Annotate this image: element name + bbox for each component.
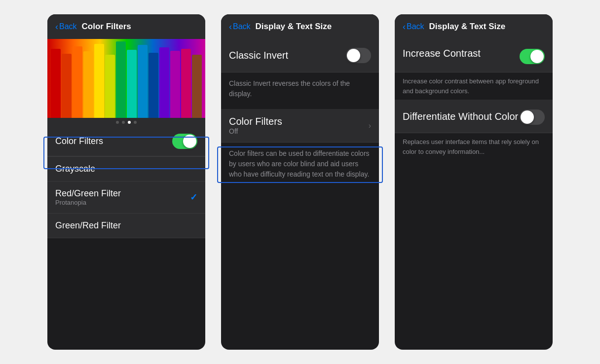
pencil-blue [138,45,148,118]
increase-contrast-desc: Increase color contrast between app fore… [395,73,553,100]
color-filters-toggle-row[interactable]: Color Filters [47,127,205,156]
increase-contrast-toggle[interactable] [520,49,545,64]
color-pencils-image [47,39,205,118]
grayscale-item[interactable]: Grayscale [47,157,205,182]
pencil-green [116,41,126,118]
panel2-wrapper: ‹ Back Display & Text Size Classic Inver… [221,14,379,350]
pencil-brown [192,55,202,118]
back-chevron-icon3: ‹ [403,22,406,32]
back-label3: Back [407,22,424,31]
pencil-lime [105,55,115,118]
chevron-right-icon: › [369,121,371,130]
classic-invert-row[interactable]: Classic Invert [221,39,379,73]
panel2-title: Display & Text Size [256,22,332,32]
increase-contrast-label: Increase Contrast [403,47,520,60]
panel2-back-button[interactable]: ‹ Back [229,22,251,32]
red-green-sub: Protanopia [55,199,121,206]
panel1-title: Color Filters [82,22,131,32]
green-red-filter-item[interactable]: Green/Red Filter [47,214,205,238]
panel2-navbar: ‹ Back Display & Text Size [221,14,379,39]
panel2-color-filters-row[interactable]: Color Filters Off › [221,109,379,143]
panel3-navbar: ‹ Back Display & Text Size [395,14,553,39]
panel1: ‹ Back Color Filters [47,14,205,350]
color-filters-toggle[interactable] [172,134,197,149]
color-filters-row-container: Color Filters [47,127,205,156]
panel2: ‹ Back Display & Text Size Classic Inver… [221,14,379,350]
grayscale-label: Grayscale [55,164,95,174]
back-label2: Back [233,22,251,31]
red-green-checkmark-icon: ✓ [190,192,197,203]
pencil-darkred [62,54,72,118]
panel2-cf-sub: Off [229,127,282,135]
pencil-purple [159,47,169,118]
red-green-label: Red/Green Filter [55,188,121,199]
panel3: ‹ Back Display & Text Size Increase Cont… [395,14,553,350]
back-label: Back [59,22,77,31]
pencil-red [51,49,61,118]
panel1-navbar: ‹ Back Color Filters [47,14,205,39]
diff-without-text-block: Differentiate Without Color [403,110,518,123]
pencil-yellow [94,44,104,118]
red-green-filter-item[interactable]: Red/Green Filter Protanopia ✓ [47,182,205,214]
pencil-darkblue [149,53,158,118]
panel2-cf-text: Color Filters Off [229,116,282,135]
panel1-wrapper: ‹ Back Color Filters [47,14,205,350]
differentiate-without-card[interactable]: Differentiate Without Color [395,100,553,133]
classic-invert-toggle[interactable] [346,48,371,63]
pencil-orange [73,46,82,118]
panel3-title: Display & Text Size [429,22,506,32]
dot-2 [122,121,125,124]
pencil-teal [127,50,137,118]
pencil-amber [83,51,93,118]
red-green-text-block: Red/Green Filter Protanopia [55,188,121,206]
dot-3-active [128,121,131,124]
color-filters-label: Color Filters [55,136,103,146]
pencil-violet [170,51,180,118]
toggle-thumb [183,135,196,148]
classic-invert-label: Classic Invert [229,50,288,61]
back-chevron-icon: ‹ [55,22,58,32]
increase-contrast-card[interactable]: Increase Contrast [395,39,553,73]
dot-4 [134,121,137,124]
green-red-label: Green/Red Filter [55,220,121,231]
back-chevron-icon2: ‹ [229,22,232,32]
pencil-pink [181,49,191,118]
panel2-cf-label: Color Filters [229,116,282,127]
classic-invert-desc: Classic Invert reverses the colors of th… [221,73,379,109]
classic-invert-toggle-thumb [347,49,360,62]
dot-1 [116,121,119,124]
increase-contrast-toggle-thumb [530,50,544,63]
diff-without-desc: Replaces user interface items that rely … [395,133,553,160]
diff-without-toggle-thumb [521,110,534,124]
carousel-dots [47,118,205,127]
panel1-back-button[interactable]: ‹ Back [55,22,77,32]
panel3-wrapper: ‹ Back Display & Text Size Increase Cont… [395,14,553,350]
diff-without-label: Differentiate Without Color [403,110,518,123]
pencils-container [47,39,205,118]
diff-without-toggle[interactable] [520,109,545,125]
panel2-cf-desc: Color filters can be used to differentia… [221,143,379,185]
panel3-back-button[interactable]: ‹ Back [403,22,424,32]
increase-contrast-text-block: Increase Contrast [403,47,520,62]
